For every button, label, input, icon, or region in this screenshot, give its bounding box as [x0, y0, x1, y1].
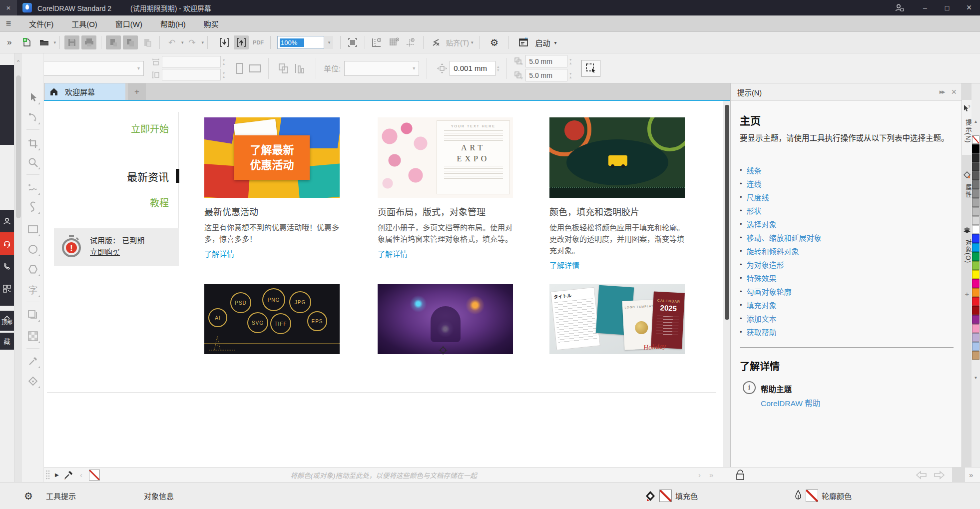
print-button[interactable]	[81, 35, 96, 49]
units-combo[interactable]: ▾	[344, 61, 419, 76]
new-document-button[interactable]	[19, 35, 34, 49]
palette-flyout-button[interactable]: ▶	[55, 468, 59, 482]
promo-card-image[interactable]: 了解最新 优惠活动	[204, 117, 340, 198]
tab-welcome-screen[interactable]: 欢迎屏幕	[45, 83, 125, 100]
portrait-button[interactable]	[236, 63, 244, 74]
menu-item[interactable]: 工具(O)	[71, 18, 97, 29]
layout-card-image[interactable]: YOUR TEXT HERE ART EXPO	[378, 117, 513, 198]
palette-eyedropper-button[interactable]	[64, 468, 73, 482]
zoom-level-dropdown[interactable]: ▾	[324, 36, 333, 49]
nav-latest-news[interactable]: 最新资讯	[89, 169, 169, 184]
contact-qr-button[interactable]	[0, 277, 14, 300]
hint-topic-link[interactable]: 尺度线	[747, 192, 769, 202]
color-swatch[interactable]	[972, 261, 980, 270]
hint-topic-link[interactable]: 线条	[747, 165, 762, 175]
color-swatch[interactable]	[972, 198, 980, 207]
redo-dropdown[interactable]: ▾	[202, 40, 204, 45]
all-pages-button[interactable]	[278, 63, 290, 74]
scrollbar-thumb[interactable]	[16, 75, 21, 218]
hint-topic-link[interactable]: 移动、缩放和延展对象	[747, 232, 822, 243]
hint-topic-link[interactable]: 添加文本	[747, 313, 777, 324]
color-swatch[interactable]	[972, 189, 980, 198]
save-button[interactable]	[64, 35, 79, 49]
color-swatch[interactable]	[972, 333, 980, 342]
open-button[interactable]	[36, 35, 51, 49]
color-swatch[interactable]	[972, 144, 980, 153]
show-rulers-button[interactable]	[370, 35, 385, 49]
pen-tool[interactable]	[25, 199, 40, 214]
publish-pdf-button[interactable]: PDF	[251, 35, 266, 49]
back-to-top-button[interactable]: 顶部	[0, 311, 14, 331]
page-width-input[interactable]	[162, 56, 221, 67]
paste-button[interactable]	[140, 35, 155, 49]
color-swatch[interactable]	[972, 270, 980, 279]
color-swatch[interactable]	[972, 207, 980, 216]
color-swatch[interactable]	[972, 171, 980, 180]
navigate-back-button[interactable]	[916, 468, 928, 482]
scroll-up-icon[interactable]: ^	[14, 59, 22, 65]
learn-more-link[interactable]: 了解详情	[378, 248, 408, 259]
news-card-color[interactable]: 颜色，填充和透明胶片 使用色板轻松将颜色应用于填充和轮廓。更改对象的透明度，并用…	[549, 117, 685, 270]
page-width-spinner[interactable]: ▾▴	[223, 58, 225, 65]
ellipse-tool[interactable]	[25, 242, 40, 257]
news-card-illustration[interactable]	[378, 284, 513, 354]
color-swatch[interactable]	[972, 135, 980, 144]
contact-service-button[interactable]	[0, 232, 14, 255]
add-docker-button[interactable]: +	[962, 290, 972, 298]
palette-more-button[interactable]: »	[709, 468, 712, 482]
show-grid-button[interactable]	[387, 35, 402, 49]
transparency-tool[interactable]	[25, 329, 40, 344]
coreldraw-help-link[interactable]: CorelDRAW 帮助	[761, 397, 820, 408]
options-button[interactable]: ⚙	[487, 35, 501, 49]
document-none-swatch[interactable]	[89, 468, 100, 482]
hint-topic-link[interactable]: 为对象造形	[747, 259, 784, 270]
open-dropdown[interactable]: ▾	[53, 40, 56, 45]
scrollbar-thumb[interactable]	[725, 105, 729, 320]
color-swatch[interactable]	[972, 243, 980, 252]
minimize-button[interactable]: –	[914, 0, 936, 15]
treat-as-filled-button[interactable]	[581, 60, 600, 77]
status-options-button[interactable]: ⚙	[24, 483, 33, 509]
color-swatch[interactable]	[972, 351, 980, 360]
launch-label[interactable]: 启动	[535, 37, 550, 48]
news-card-promo[interactable]: 了解最新 优惠活动 最新优惠活动 这里有你意想不到的优惠活动哦！优惠多多，惊喜多…	[204, 117, 340, 259]
palette-scroll-right[interactable]: ›	[698, 468, 701, 482]
sidebar-scrollbar[interactable]: ^	[14, 53, 22, 482]
buy-now-link[interactable]: 立即购买	[90, 246, 120, 257]
freehand-tool[interactable]	[25, 180, 40, 195]
hint-topic-link[interactable]: 旋转和倾斜对象	[747, 246, 799, 256]
color-card-image[interactable]	[549, 117, 685, 198]
hint-topic-link[interactable]: 连线	[747, 178, 762, 189]
undo-button[interactable]: ↶	[164, 35, 179, 49]
polygon-tool[interactable]	[25, 262, 40, 277]
maximize-button[interactable]: □	[936, 0, 958, 15]
nudge-offset-input[interactable]: 0.001 mm	[450, 61, 495, 76]
undo-dropdown[interactable]: ▾	[181, 40, 184, 45]
navigate-forward-button[interactable]	[933, 468, 945, 482]
color-swatch[interactable]	[972, 225, 980, 234]
palette-scroll-down[interactable]: ▼	[972, 376, 980, 380]
news-card-templates[interactable]: タイトル LOGO TEMPLATE CALENDAR 2025 Holiday	[549, 284, 685, 354]
duplicate-x-input[interactable]: 5.0 mm	[525, 55, 567, 67]
shape-tool[interactable]	[25, 110, 40, 125]
hint-topic-link[interactable]: 获取帮助	[747, 327, 777, 337]
hint-topic-link[interactable]: 形状	[747, 205, 762, 216]
duplicate-x-spinner[interactable]: ▾▴	[569, 58, 571, 65]
learn-more-link[interactable]: 了解详情	[204, 248, 234, 259]
launch-dropdown[interactable]: ▾	[554, 40, 557, 45]
menu-item[interactable]: 文件(F)	[29, 18, 53, 29]
hint-topic-link[interactable]: 特殊效果	[747, 273, 777, 283]
zoom-tool[interactable]	[25, 155, 40, 170]
page-height-spinner[interactable]: ▾▴	[223, 71, 225, 78]
eyedropper-tool[interactable]	[25, 354, 40, 369]
outline-color-status[interactable]: 轮廓颜色	[794, 483, 852, 509]
palette-drag-handle[interactable]	[45, 468, 50, 482]
contact-person-button[interactable]	[0, 210, 14, 232]
hint-topic-link[interactable]: 勾画对象轮廓	[747, 286, 792, 297]
export-button[interactable]	[234, 35, 249, 49]
canvas-scrollbar[interactable]	[723, 101, 730, 467]
nudge-spinner[interactable]: ▴▾	[497, 65, 499, 72]
hamburger-menu-button[interactable]: ≡	[0, 18, 17, 29]
color-swatch[interactable]	[972, 324, 980, 333]
color-swatch[interactable]	[972, 297, 980, 306]
